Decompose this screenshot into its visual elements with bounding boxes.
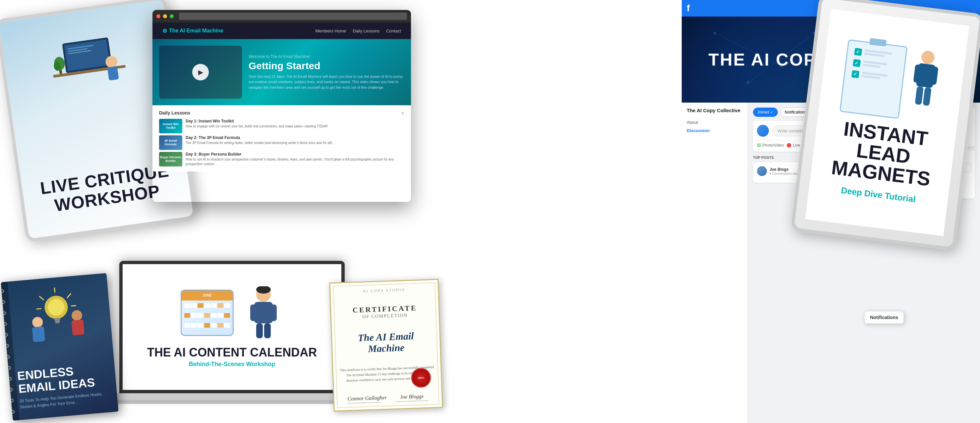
nav-members-home[interactable]: Members Home <box>315 29 346 33</box>
hero-title: Getting Started <box>248 60 404 71</box>
cal-cell-marked <box>224 313 230 318</box>
svg-rect-7 <box>107 66 119 81</box>
cert-product: The AI Email Machine <box>339 330 433 355</box>
browser-bar <box>153 10 411 22</box>
spiral-ring <box>5 366 11 370</box>
svg-rect-22 <box>32 326 45 342</box>
lessons-section: Daily Lessons ∧ Instant Win Toolkit Day … <box>153 105 411 171</box>
lessons-collapse[interactable]: ∧ <box>401 110 404 116</box>
svg-rect-36 <box>264 323 271 338</box>
cal-cell <box>204 303 210 308</box>
cal-cell-marked <box>204 323 210 328</box>
svg-rect-15 <box>915 86 924 105</box>
site-logo: ⚙ The AI Email Machine <box>162 28 223 34</box>
lesson-info-1: Day 1: Instant Win Toolkit How to engage… <box>186 119 328 129</box>
spiral-ring <box>4 344 9 348</box>
laptop-content-calendar: JUNE <box>106 261 358 420</box>
lesson-thumb-1[interactable]: Instant Win Toolkit <box>159 119 182 133</box>
svg-rect-32 <box>254 302 273 323</box>
fb-photo-video-btn[interactable]: 🖼 Photo/Video <box>757 143 784 147</box>
spiral-ring <box>9 409 15 414</box>
cert-studio: AI COPY STUDIO <box>363 288 406 293</box>
lead-magnets-subtitle: Deep Dive Tutorial <box>840 185 916 204</box>
fb-post-avatar <box>757 166 767 176</box>
close-dot[interactable] <box>156 14 161 18</box>
cal-cell <box>217 303 223 308</box>
lesson-title-3: Day 3: Buyer Persona Builder <box>186 152 404 157</box>
lesson-desc-2: The 3P Email Formula for writing faster,… <box>186 141 333 145</box>
lesson-thumb-3[interactable]: Buyer Persona Builder <box>159 152 182 166</box>
spiral-ring <box>8 399 14 403</box>
cal-cell <box>191 323 197 328</box>
spiral-ring <box>1 289 4 293</box>
calendar-icon: JUNE <box>181 290 234 336</box>
laptop-subtitle: Behind-The-Scenes Workshop <box>189 361 275 368</box>
spiral-ring <box>1 311 6 315</box>
play-button[interactable]: ▶ <box>192 64 209 81</box>
cal-cell <box>204 313 210 318</box>
fb-sidebar-discussion[interactable]: Discussion <box>687 127 743 135</box>
nav-contact[interactable]: Contact <box>386 29 401 33</box>
check-line-1: ✓ <box>854 48 899 60</box>
minimize-dot[interactable] <box>163 14 167 18</box>
svg-rect-35 <box>256 323 263 338</box>
workshop-illustration <box>35 24 142 103</box>
cal-cell <box>191 313 197 318</box>
cal-cell <box>217 313 223 318</box>
lesson-item-1: Instant Win Toolkit Day 1: Instant Win T… <box>159 119 404 133</box>
svg-line-27 <box>39 296 44 301</box>
check-box-2: ✓ <box>853 59 861 67</box>
spiral-ring <box>1 300 5 304</box>
cal-cell-marked <box>184 313 190 318</box>
lesson-title-1: Day 1: Instant Win Toolkit <box>186 119 328 124</box>
spiral-ring <box>2 322 7 326</box>
fb-sidebar: The AI Copy Collective About Discussion <box>682 103 748 423</box>
tablet-lead-magnets: ✓ ✓ <box>791 0 980 251</box>
lesson-item-2: 3P Email Formula Day 2: The 3P Email For… <box>159 135 404 150</box>
hero-welcome: Welcome to The AI Email Machine! <box>248 54 404 59</box>
fb-user-avatar <box>757 125 769 137</box>
maximize-dot[interactable] <box>170 14 173 18</box>
fb-joined-btn[interactable]: Joined ✓ <box>753 108 778 117</box>
lead-magnets-cover: ✓ ✓ <box>805 9 969 236</box>
laptop-bottom-bar <box>106 400 358 404</box>
spiral-ring <box>6 377 12 381</box>
cal-cell <box>184 303 190 308</box>
address-bar[interactable] <box>179 13 407 20</box>
book-illustration <box>18 281 96 347</box>
lead-magnets-title: INSTANT LEAD MAGNETS <box>811 116 956 192</box>
site-nav: ⚙ The AI Email Machine Members Home Dail… <box>153 22 411 39</box>
lessons-list: Instant Win Toolkit Day 1: Instant Win T… <box>159 119 404 166</box>
hero-section: ▶ Welcome to The AI Email Machine! Getti… <box>153 39 411 105</box>
sig-name-1: Connor Gallagher <box>347 394 387 402</box>
svg-line-28 <box>71 306 76 306</box>
lesson-item-3: Buyer Persona Builder Day 3: Buyer Perso… <box>159 152 404 166</box>
svg-point-21 <box>32 317 43 328</box>
certificate: AI COPY STUDIO CERTIFICATE OF COMPLETION… <box>329 279 443 412</box>
hero-video[interactable]: ▶ <box>159 46 242 99</box>
svg-point-23 <box>71 310 83 322</box>
cal-cell <box>191 303 197 308</box>
lesson-desc-3: How to use AI to research your prospecti… <box>186 157 404 166</box>
lesson-thumb-2[interactable]: 3P Email Formula <box>159 135 182 150</box>
person-figure <box>905 47 945 110</box>
svg-line-29 <box>37 309 41 309</box>
cert-signatures: Connor Gallagher Joe Bloggs <box>341 393 435 404</box>
clipboard-icon: ✓ ✓ <box>839 39 907 119</box>
lesson-desc-1: How to engage with (or revive) your list… <box>186 124 328 129</box>
check-lines-3 <box>861 71 896 82</box>
check-lines-1 <box>864 49 899 60</box>
fb-logo-large: f <box>687 3 690 14</box>
nav-daily-lessons[interactable]: Daily Lessons <box>353 29 379 33</box>
fb-sidebar-about[interactable]: About <box>687 118 743 127</box>
check-box-3: ✓ <box>851 70 859 78</box>
spiral-ring <box>7 388 13 392</box>
fb-sidebar-name: The AI Copy Collective <box>687 108 743 113</box>
cert-sig-2: Joe Bloggs <box>395 393 428 402</box>
notifications-badge: Notifications <box>864 311 904 324</box>
cal-cell <box>217 323 223 328</box>
cal-cell <box>197 313 204 318</box>
cal-cell <box>224 303 230 308</box>
svg-line-25 <box>54 288 55 293</box>
laptop-illustration: JUNE <box>181 286 283 339</box>
